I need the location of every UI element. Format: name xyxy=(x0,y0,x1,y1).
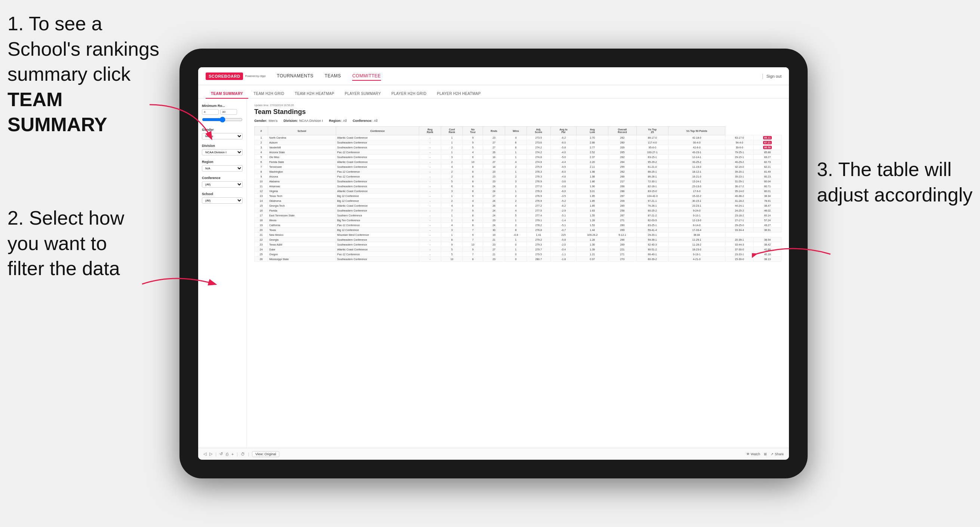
instruction-1-text: 1. To see a School's rankings summary cl… xyxy=(8,13,159,85)
max-rounds-input[interactable] xyxy=(220,109,237,115)
instruction-2-line3: filter the data xyxy=(8,257,120,279)
table-row: 13Texas TechBig 12 Conference-19272276.9… xyxy=(255,194,781,198)
table-row: 18IllinoisBig Ten Conference-18231279.1-… xyxy=(255,218,781,223)
share-btn[interactable]: ↗ Share xyxy=(771,452,784,456)
filter-division-label: Division: xyxy=(283,119,298,122)
conference-select[interactable]: (All) xyxy=(202,181,243,187)
table-row: 9ArizonaPac-12 Conference-28232276.3-4.6… xyxy=(255,174,781,179)
table-row: 25OregonPac-12 Conference-57210279.5-1.1… xyxy=(255,252,781,257)
filter-conference-label: Conference: xyxy=(353,119,372,122)
sub-nav: TEAM SUMMARY TEAM H2H GRID TEAM H2H HEAT… xyxy=(198,85,789,99)
instruction-2-line1: 2. Select how xyxy=(8,207,124,229)
tab-team-h2h-heatmap[interactable]: TEAM H2H HEATMAP xyxy=(290,89,339,99)
table-row: 22GeorgiaSoutheastern Conference-8721127… xyxy=(255,237,781,242)
grid-btn[interactable]: ⊞ xyxy=(764,452,767,456)
arrow-2 xyxy=(138,269,221,299)
logo-subtitle: Powered by clippi xyxy=(245,75,266,77)
col-avg-low: AvgLow xyxy=(577,127,608,135)
watch-btn[interactable]: 👁 Watch xyxy=(746,452,760,456)
nav-committee[interactable]: COMMITTEE xyxy=(352,72,381,81)
tab-player-summary[interactable]: PLAYER SUMMARY xyxy=(339,89,386,99)
table-row: 14OklahomaBig 12 Conference-24242276.9-5… xyxy=(255,198,781,203)
toolbar-sep3: | xyxy=(248,452,249,456)
table-row: 2AuburnSoutheastern Conference-19276273.… xyxy=(255,140,781,145)
col-conference: Conference xyxy=(336,127,419,135)
instruction-2: 2. Select how you want to filter the dat… xyxy=(8,206,124,281)
tab-player-h2h-heatmap[interactable]: PLAYER H2H HEATMAP xyxy=(431,89,486,99)
col-vs-top50: Vs Top 50 Points xyxy=(668,127,725,135)
instruction-1: 1. To see a School's rankings summary cl… xyxy=(8,11,164,138)
watch-label: Watch xyxy=(751,452,760,456)
tab-team-h2h-grid[interactable]: TEAM H2H GRID xyxy=(248,89,290,99)
table-row: 26Mississippi StateSoutheastern Conferen… xyxy=(255,257,781,262)
toolbar-share-icon[interactable]: ⎙ xyxy=(226,452,229,456)
col-adj-score: Adj.Score xyxy=(527,127,550,135)
instruction-3-line1: 3. The table will xyxy=(817,159,951,180)
watch-icon: 👁 xyxy=(746,452,750,456)
tab-team-summary[interactable]: TEAM SUMMARY xyxy=(206,89,248,99)
toolbar-right: 👁 Watch ⊞ ↗ Share xyxy=(746,452,784,456)
bottom-toolbar: ◁ ▷ | ↺ ⎙ + | ⏱ | View: Original 👁 Watch… xyxy=(198,448,789,460)
nav-links: TOURNAMENTS TEAMS COMMITTEE xyxy=(277,72,762,81)
update-time: Update time: 27/03/2024 16:56:26 xyxy=(254,104,781,106)
nav-divider: | xyxy=(762,73,763,79)
table-row: 21New MexicoMountain West Conference-191… xyxy=(255,232,781,237)
division-select[interactable]: NCAA Division I NCAA Division II NCAA Di… xyxy=(202,149,243,156)
instruction-3: 3. The table will adjust accordingly xyxy=(817,157,972,208)
table-row: 1North CarolinaAtlantic Coast Conference… xyxy=(255,135,781,140)
col-conf-rank: ConfRank xyxy=(441,127,463,135)
col-rank: # xyxy=(255,127,268,135)
sidebar-school: School (All) xyxy=(202,192,243,204)
filter-conference-value: All xyxy=(374,119,378,122)
sidebar-conference: Conference (All) xyxy=(202,176,243,187)
nav-teams[interactable]: TEAMS xyxy=(325,72,341,81)
sign-out-link[interactable]: Sign out xyxy=(767,74,781,78)
table-row: 19CaliforniaPac-12 Conference-48242278.2… xyxy=(255,223,781,228)
filter-division: Division: NCAA Division I xyxy=(283,119,323,122)
table-row: 17East Tennessee StateSouthern Conferenc… xyxy=(255,213,781,218)
region-label: Region xyxy=(202,160,243,164)
table-row: 8WashingtonPac-12 Conference-28231276.3-… xyxy=(255,169,781,174)
toolbar-reload[interactable]: ↺ xyxy=(220,451,223,456)
nav-bar: SCOREBOARD Powered by clippi TOURNAMENTS… xyxy=(198,67,789,85)
col-vs-top25: Vs Top25 xyxy=(636,127,668,135)
data-area: Update time: 27/03/2024 16:56:26 Team St… xyxy=(247,99,789,448)
arrow-3 xyxy=(752,239,834,269)
table-row: 16FloridaSoutheastern Conference-7924427… xyxy=(255,208,781,213)
toolbar-clock[interactable]: ⏱ xyxy=(241,452,245,456)
tablet-screen: SCOREBOARD Powered by clippi TOURNAMENTS… xyxy=(198,67,789,460)
tab-player-h2h-grid[interactable]: PLAYER H2H GRID xyxy=(386,89,432,99)
col-no-tour: NoTour xyxy=(463,127,483,135)
filter-region-label: Region: xyxy=(329,119,342,122)
table-row: 15Georgia TechAtlantic Coast Conference-… xyxy=(255,203,781,208)
table-row: 6Florida StateAtlantic Coast Conference-… xyxy=(255,160,781,165)
filter-row: Gender: Men's Division: NCAA Division I … xyxy=(254,119,781,122)
school-select[interactable]: (All) xyxy=(202,197,243,204)
arrow-1 xyxy=(142,101,217,146)
table-title: Team Standings xyxy=(254,108,781,116)
table-row: 11ArkansasSoutheastern Conference-682422… xyxy=(255,184,781,189)
filter-gender-value: Men's xyxy=(269,119,278,122)
view-original-btn[interactable]: View: Original xyxy=(252,451,279,457)
region-select[interactable]: N/A All xyxy=(202,165,243,171)
filter-region: Region: All xyxy=(329,119,347,122)
table-row: 5Ole MissSoutheastern Conference-3618127… xyxy=(255,155,781,160)
toolbar-sep1: | xyxy=(215,452,216,456)
col-school: School xyxy=(268,127,336,135)
table-row: 3VanderbiltSoutheastern Conference-25278… xyxy=(255,145,781,150)
toolbar-forward[interactable]: ▷ xyxy=(209,451,212,456)
filter-gender-label: Gender: xyxy=(254,119,267,122)
col-reg-rank: RegRank xyxy=(419,127,441,135)
share-label: Share xyxy=(775,452,784,456)
table-row: 4Arizona StatePac-12 Conference-14261274… xyxy=(255,150,781,155)
nav-tournaments[interactable]: TOURNAMENTS xyxy=(277,72,313,81)
school-label: School xyxy=(202,192,243,196)
logo-area: SCOREBOARD Powered by clippi xyxy=(206,73,266,80)
sidebar-region: Region N/A All xyxy=(202,160,243,171)
instruction-1-bold: TEAM SUMMARY xyxy=(8,89,107,136)
toolbar-back[interactable]: ◁ xyxy=(204,451,207,456)
table-row: 12VirginiaAtlantic Coast Conference-3824… xyxy=(255,189,781,194)
toolbar-add[interactable]: + xyxy=(231,452,234,456)
instruction-2-line2: you want to xyxy=(8,232,107,254)
standings-table: # School Conference RegRank ConfRank NoT… xyxy=(254,126,781,262)
